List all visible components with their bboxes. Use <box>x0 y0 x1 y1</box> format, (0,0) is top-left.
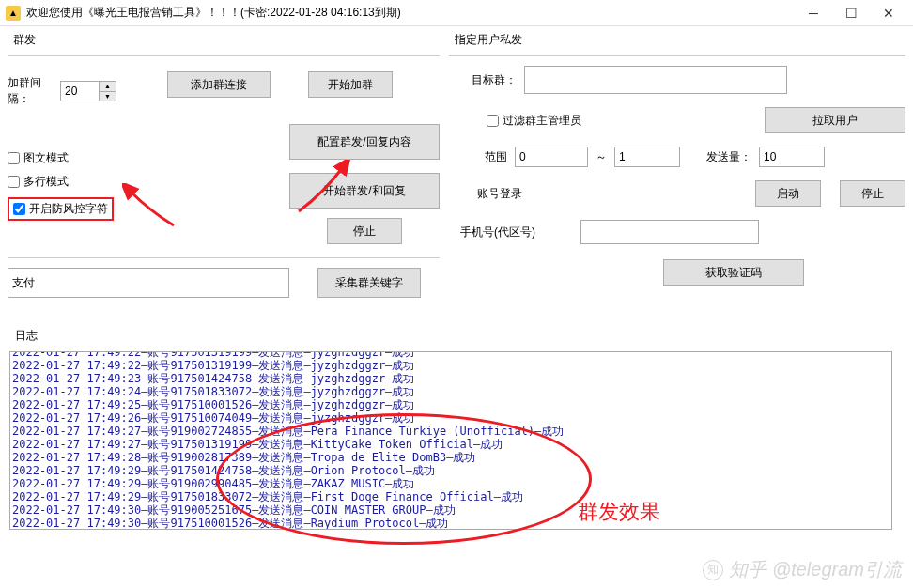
keyword-input[interactable] <box>8 268 289 298</box>
log-title: 日志 <box>9 328 904 344</box>
log-line: 2022-01-27 17:49:29—账号917501424758—发送消息—… <box>10 464 891 477</box>
interval-spinner[interactable]: ▲ ▼ <box>60 81 116 101</box>
titlebar: ▲ 欢迎您使用《曝光王电报营销工具》！！！(卡密:2022-01-28 04:1… <box>0 0 913 26</box>
log-line: 2022-01-27 17:49:25—账号917510001526—发送消息—… <box>10 398 891 411</box>
range-tilde: ～ <box>596 149 607 165</box>
image-mode-label: 图文模式 <box>23 150 69 166</box>
range-to-input[interactable] <box>614 147 680 167</box>
image-mode-checkbox[interactable]: 图文模式 <box>8 150 167 166</box>
range-label: 范围 <box>485 149 507 165</box>
target-label: 目标群： <box>449 72 524 88</box>
bulk-title: 群发 <box>8 32 440 48</box>
risk-checkbox[interactable]: 开启防风控字符 <box>13 201 108 217</box>
filter-admin-label: 过滤群主管理员 <box>503 113 581 129</box>
multiline-checkbox[interactable]: 多行模式 <box>8 174 167 190</box>
stop-button[interactable]: 停止 <box>327 218 402 244</box>
range-from-input[interactable] <box>515 147 588 167</box>
log-line: 2022-01-27 17:49:27—账号917501319199—发送消息—… <box>10 438 891 451</box>
phone-input[interactable] <box>580 220 759 244</box>
start-send-button[interactable]: 开始群发/和回复 <box>289 173 440 209</box>
stop2-button[interactable]: 停止 <box>840 180 905 207</box>
start-join-button[interactable]: 开始加群 <box>308 71 393 98</box>
watermark-text: 知乎 @telegram引流 <box>729 557 902 582</box>
log-line: 2022-01-27 17:49:29—账号917501833072—发送消息—… <box>10 490 891 503</box>
log-line: 2022-01-27 17:49:30—账号919005251675—发送消息—… <box>10 503 891 517</box>
window-title: 欢迎您使用《曝光王电报营销工具》！！！(卡密:2022-01-28 04:16:… <box>26 5 795 21</box>
get-code-button[interactable]: 获取验证码 <box>663 259 804 286</box>
interval-label: 加群间隔： <box>8 75 60 107</box>
zhihu-icon: 知 <box>703 560 723 580</box>
log-line: 2022-01-27 17:49:22—账号917501319199—发送消息—… <box>10 359 891 372</box>
log-line: 2022-01-27 17:49:30—账号917510001526—发送消息—… <box>10 517 891 530</box>
dm-title: 指定用户私发 <box>449 32 905 48</box>
risk-label: 开启防风控字符 <box>29 201 108 217</box>
filter-admin-checkbox[interactable]: 过滤群主管理员 <box>487 113 581 129</box>
login-label: 账号登录 <box>477 186 522 202</box>
log-line: 2022-01-27 17:49:28—账号919002817389—发送消息—… <box>10 451 891 464</box>
risk-checkbox-highlight: 开启防风控字符 <box>8 197 114 221</box>
interval-input[interactable] <box>61 82 99 101</box>
log-section: 日志 2022-01-27 17:49:22—账号917501319199—发送… <box>0 303 913 530</box>
panel-dm: 指定用户私发 目标群： 过滤群主管理员 拉取用户 范围 ～ 发送量： <box>449 32 905 303</box>
minimize-button[interactable]: ─ <box>795 0 832 26</box>
log-line: 2022-01-27 17:49:22—账号917501319199—发送消息—… <box>10 351 891 359</box>
start2-button[interactable]: 启动 <box>755 180 821 207</box>
target-input[interactable] <box>524 66 787 94</box>
app-icon: ▲ <box>6 6 21 21</box>
log-line: 2022-01-27 17:49:27—账号919002724855—发送消息—… <box>10 425 891 438</box>
log-line: 2022-01-27 17:49:29—账号919002990485—发送消息—… <box>10 477 891 490</box>
config-content-button[interactable]: 配置群发/回复内容 <box>289 124 440 160</box>
add-link-button[interactable]: 添加群连接 <box>167 71 271 98</box>
log-box[interactable]: 2022-01-27 17:49:22—账号917501319199—发送消息—… <box>9 351 892 530</box>
log-line: 2022-01-27 17:49:24—账号917501833072—发送消息—… <box>10 385 891 398</box>
spinner-down-icon[interactable]: ▼ <box>100 92 116 101</box>
spinner-up-icon[interactable]: ▲ <box>100 82 116 92</box>
send-count-input[interactable] <box>759 147 825 167</box>
phone-label: 手机号(代区号) <box>449 224 543 240</box>
collect-keyword-button[interactable]: 采集群关键字 <box>317 268 421 298</box>
watermark: 知 知乎 @telegram引流 <box>703 557 902 582</box>
log-line: 2022-01-27 17:49:23—账号917501424758—发送消息—… <box>10 372 891 385</box>
send-count-label: 发送量： <box>706 149 751 165</box>
panel-bulk-send: 群发 加群间隔： ▲ ▼ 图文模式 <box>8 32 440 303</box>
close-button[interactable]: ✕ <box>870 0 907 26</box>
pull-users-button[interactable]: 拉取用户 <box>765 107 905 133</box>
maximize-button[interactable]: ☐ <box>832 0 870 26</box>
log-line: 2022-01-27 17:49:26—账号917510074049—发送消息—… <box>10 411 891 425</box>
multiline-label: 多行模式 <box>23 174 69 190</box>
